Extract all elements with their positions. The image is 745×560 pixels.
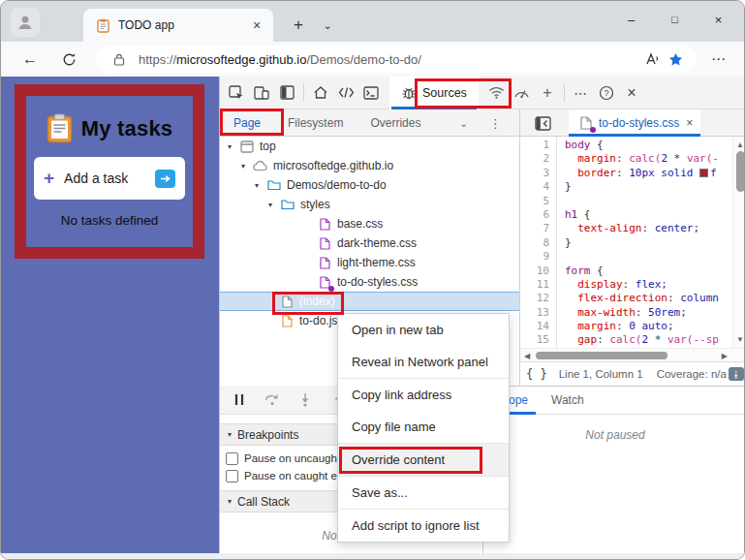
tree-item-light-theme-css[interactable]: light-theme.css	[220, 253, 519, 272]
window-controls: – □ ×	[609, 5, 740, 34]
hide-navigator-icon[interactable]	[530, 110, 555, 136]
favorite-star-icon[interactable]	[664, 48, 687, 70]
menu-item-copy-link-address[interactable]: Copy link address	[338, 379, 509, 411]
menu-item-open-in-new-tab[interactable]: Open in new tab	[338, 314, 509, 346]
navigator-more-tabs-chevron-icon[interactable]: ⌄	[459, 118, 467, 129]
line-number[interactable]: 2	[520, 152, 549, 166]
new-tab-button[interactable]: +	[286, 13, 311, 38]
line-number[interactable]: 7	[520, 222, 549, 235]
home-icon[interactable]	[308, 80, 333, 106]
line-number[interactable]: 1	[520, 139, 549, 152]
menu-item-override-content[interactable]: Override content	[338, 444, 509, 476]
devtools-more-icon[interactable]: ⋯	[569, 80, 594, 106]
code-editor[interactable]: 1body {2 margin: calc(2 * var(-3 border:…	[520, 137, 745, 386]
navigator-menu-kebab-icon[interactable]: ⋮	[489, 116, 502, 131]
line-number[interactable]: 11	[520, 278, 549, 292]
call-stack-label: Call Stack	[237, 495, 290, 509]
add-panel-icon[interactable]: +	[535, 80, 560, 106]
tree-expand-arrow-icon[interactable]: ▾	[241, 162, 253, 171]
horizontal-scroll-thumb[interactable]	[536, 352, 667, 359]
scroll-right-icon[interactable]: ▶	[722, 352, 728, 360]
read-aloud-icon[interactable]	[640, 48, 664, 70]
tree-item-dark-theme-css[interactable]: dark-theme.css	[220, 233, 519, 253]
checkbox-icon[interactable]	[226, 452, 238, 465]
checkbox-icon[interactable]	[226, 470, 238, 482]
tree-expand-arrow-icon[interactable]: ▾	[255, 181, 266, 190]
back-button[interactable]: ←	[16, 46, 44, 73]
address-bar: ← https://microsoftedge.github.io/Demos/…	[1, 42, 745, 77]
sources-tab-label: Sources	[422, 86, 467, 100]
tree-item-label: styles	[300, 198, 330, 211]
scroll-left-icon[interactable]: ◀	[524, 352, 530, 360]
tree-item-to-do-styles-css[interactable]: to-do-styles.css	[220, 272, 519, 292]
line-number[interactable]: 10	[520, 264, 549, 278]
menu-item-save-as[interactable]: Save as...	[338, 477, 509, 509]
menu-item-reveal-in-network-panel[interactable]: Reveal in Network panel	[338, 346, 509, 378]
tab-close-icon[interactable]: ×	[248, 16, 265, 34]
horizontal-scrollbar[interactable]: ◀ ▶	[520, 348, 745, 361]
tree-item-base-css[interactable]: base.css	[220, 214, 519, 233]
dock-side-icon[interactable]	[274, 80, 299, 106]
window-close-button[interactable]: ×	[697, 5, 740, 34]
device-emulation-icon[interactable]	[249, 80, 274, 106]
navigator-tab-overrides[interactable]: Overrides	[357, 116, 434, 130]
inspect-element-icon[interactable]	[224, 80, 249, 106]
tree-item-index[interactable]: (index)	[220, 292, 519, 311]
tree-expand-arrow-icon[interactable]: ▾	[268, 201, 280, 209]
tree-item-top[interactable]: ▾top	[220, 137, 519, 156]
editor-status-bar: { } Line 1, Column 1 Coverage: n/a ⭳	[520, 361, 745, 386]
network-conditions-icon[interactable]	[484, 80, 510, 106]
editor-tab-close-icon[interactable]: ×	[686, 116, 693, 130]
line-number[interactable]: 14	[520, 320, 549, 333]
add-task-button[interactable]: + Add a task	[34, 157, 185, 200]
devtools-close-icon[interactable]: ×	[619, 80, 644, 106]
window-maximize-button[interactable]: □	[653, 5, 697, 34]
navigator-tab-filesystem[interactable]: Filesystem	[274, 116, 357, 130]
menu-item-add-script-to-ignore-list[interactable]: Add script to ignore list	[338, 510, 509, 542]
tab-search-chevron-icon[interactable]: ⌄	[317, 13, 338, 38]
code-line: 14 margin: 0 auto;	[520, 320, 732, 333]
step-into-icon[interactable]	[295, 390, 315, 410]
clipboard-icon	[47, 113, 73, 143]
scroll-up-icon[interactable]: ▲	[736, 140, 744, 149]
submit-task-button[interactable]	[155, 170, 175, 188]
pretty-print-button[interactable]: { }	[526, 367, 547, 381]
step-over-icon[interactable]	[263, 390, 282, 410]
reload-button[interactable]	[55, 46, 82, 73]
menu-item-copy-file-name[interactable]: Copy file name	[338, 411, 509, 443]
window-minimize-button[interactable]: –	[609, 5, 653, 34]
line-number[interactable]: 4	[520, 180, 549, 194]
code-text: }	[565, 180, 572, 194]
line-number[interactable]: 13	[520, 306, 549, 320]
vertical-scrollbar[interactable]: ▲ ▼	[732, 137, 745, 348]
line-number[interactable]: 12	[520, 292, 549, 305]
pause-script-icon[interactable]	[230, 390, 249, 410]
lock-icon[interactable]	[108, 48, 131, 70]
browser-tab[interactable]: TODO app ×	[83, 9, 273, 42]
vertical-scroll-thumb[interactable]	[736, 151, 745, 192]
color-swatch[interactable]	[699, 169, 708, 177]
tree-item-styles[interactable]: ▾styles	[220, 195, 519, 214]
line-number[interactable]: 5	[520, 195, 549, 208]
profile-avatar[interactable]	[11, 8, 40, 37]
line-number[interactable]: 6	[520, 208, 549, 222]
performance-icon[interactable]	[510, 80, 535, 106]
devtools-help-icon[interactable]: ?	[594, 80, 619, 106]
navigator-tab-page[interactable]: Page	[220, 116, 274, 130]
tree-item-demos-demo-to-do[interactable]: ▾Demos/demo-to-do	[220, 175, 519, 195]
elements-panel-icon[interactable]	[333, 80, 358, 106]
tree-item-microsoftedge-github-io[interactable]: ▾microsoftedge.github.io	[220, 156, 519, 175]
scroll-down-icon[interactable]: ▼	[736, 335, 744, 344]
settings-more-icon[interactable]: ⋯	[706, 47, 731, 72]
line-number[interactable]: 15	[520, 333, 549, 347]
url-field[interactable]: https://microsoftedge.github.io/Demos/de…	[96, 46, 697, 73]
tree-expand-arrow-icon[interactable]: ▾	[228, 142, 239, 151]
console-panel-icon[interactable]	[358, 80, 384, 106]
code-text: form {	[565, 264, 604, 278]
line-number[interactable]: 3	[520, 167, 549, 180]
editor-tab-to-do-styles[interactable]: to-do-styles.css ×	[569, 109, 700, 137]
tab-sources[interactable]: Sources	[389, 77, 479, 109]
tab-watch[interactable]: Watch	[540, 386, 596, 415]
line-number[interactable]: 9	[520, 250, 549, 264]
line-number[interactable]: 8	[520, 236, 549, 250]
